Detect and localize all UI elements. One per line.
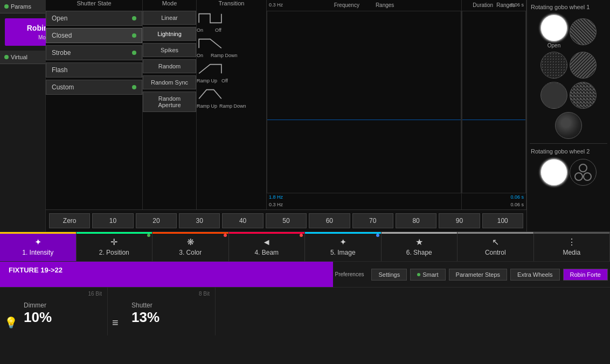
gobo-pattern3-item[interactable] — [570, 52, 597, 79]
shutter-open-dot — [132, 16, 136, 20]
pref-smart-btn[interactable]: Smart — [410, 269, 445, 281]
tab-position[interactable]: ✛ 2. Position — [77, 232, 153, 261]
mode-randomsync-btn[interactable]: Random Sync — [143, 75, 196, 89]
num-50-btn[interactable]: 50 — [266, 213, 307, 228]
mode-random-btn[interactable]: Random — [143, 59, 196, 73]
shutter-closed-label: Closed — [52, 32, 72, 39]
color-dot — [224, 234, 227, 237]
control-icon: ↖ — [492, 237, 499, 247]
mode-lightning-btn[interactable]: Lightning — [143, 27, 196, 41]
gobo-pattern2-item[interactable] — [540, 52, 567, 79]
pref-extrawheels-btn[interactable]: Extra Wheels — [510, 269, 559, 281]
light-icon: 💡 — [4, 316, 18, 329]
shutter-flash-label: Flash — [52, 66, 67, 74]
beam-label: 4. Beam — [254, 249, 279, 256]
freq-bottom-value: 1.8 Hz — [269, 194, 283, 200]
top-section: Params Robin Forte Mode: 0 Virtual Shutt… — [0, 0, 610, 232]
gobo-open-item[interactable]: Open — [540, 15, 567, 48]
gobo-pattern4-item[interactable] — [540, 82, 567, 109]
tab-media[interactable]: ⋮ Media — [534, 232, 611, 261]
gobo-pattern5-item[interactable] — [570, 82, 597, 109]
shutter-icon: ≡ — [112, 317, 119, 329]
mode-panel: Mode Linear Lightning Spikes Random Rand… — [143, 0, 197, 209]
tab-shape[interactable]: ★ 6. Shape — [382, 232, 458, 261]
gobo-open-circle — [540, 15, 567, 41]
frequency-title: Frequency — [334, 2, 359, 8]
pref-settings-label: Settings — [378, 271, 400, 278]
shutter-title: Shutter State — [46, 0, 142, 6]
shape-label: 6. Shape — [406, 249, 432, 256]
shutter-open-label: Open — [52, 15, 67, 22]
virtual-tab[interactable]: Virtual — [0, 51, 45, 64]
transition-title: Transition — [197, 0, 266, 6]
gobo-wheel2-pattern-item[interactable] — [570, 159, 597, 186]
shutter-param-label: Shutter — [131, 302, 207, 309]
num-60-btn[interactable]: 60 — [309, 213, 350, 228]
num-10-btn[interactable]: 10 — [92, 213, 133, 228]
shutter-closed-btn[interactable]: Closed — [46, 28, 142, 43]
pref-extrawheels-label: Extra Wheels — [517, 271, 552, 278]
duration-bottom-value: 0.06 s — [510, 194, 524, 200]
tab-image[interactable]: ✦ 5. Image — [305, 232, 382, 261]
tab-color[interactable]: ❋ 3. Color — [153, 232, 229, 261]
control-color-bar — [458, 232, 533, 234]
duration-line-1 — [462, 120, 525, 120]
shutter-custom-label: Custom — [52, 83, 74, 91]
gobo-pattern4-circle — [540, 82, 567, 109]
num-90-btn[interactable]: 90 — [439, 213, 480, 228]
gobo-row-4 — [530, 112, 607, 139]
gobo-section: Rotating gobo wheel 1 Open — [526, 0, 610, 232]
gobo-wheel2-pattern-circle — [570, 159, 597, 186]
shutter-panel: Shutter State Open Closed Strobe Fla — [46, 0, 143, 209]
tab-beam[interactable]: ◄ 4. Beam — [229, 232, 306, 261]
num-70-btn[interactable]: 70 — [352, 213, 393, 228]
frequency-panel: Frequency Ranges 0.3 Hz 1.8 Hz 0.3 Hz — [267, 0, 462, 209]
shutter-strobe-label: Strobe — [52, 49, 71, 57]
num-30-btn[interactable]: 30 — [179, 213, 220, 228]
shutter-flash-btn[interactable]: Flash — [46, 62, 142, 78]
gobo-wheel1-title: Rotating gobo wheel 1 — [530, 3, 607, 11]
num-100-btn[interactable]: 100 — [482, 213, 523, 228]
pref-settings-btn[interactable]: Settings — [371, 269, 407, 281]
media-label: Media — [563, 249, 580, 256]
pref-paramsteps-label: Parameter Steps — [456, 271, 501, 278]
gobo-pattern6-item[interactable] — [555, 112, 582, 139]
num-20-btn[interactable]: 20 — [136, 213, 177, 228]
shutter-bottom-panel: 8 Bit ≡ Shutter 13% — [108, 288, 216, 335]
fixture-bar-label[interactable]: FIXTURE 19->22 — [0, 262, 333, 287]
shutter-open-btn[interactable]: Open — [46, 11, 142, 26]
gobo-open-label: Open — [547, 43, 560, 48]
gobo-wheel2-open-item[interactable] — [540, 159, 567, 186]
params-tab[interactable]: Params — [0, 0, 45, 13]
transition-rampboth[interactable]: Ramp Up Ramp Down — [197, 87, 266, 109]
num-40-btn[interactable]: 40 — [222, 213, 263, 228]
media-icon: ⋮ — [567, 237, 576, 247]
gobo-row-1: Open — [530, 15, 607, 48]
shutter-custom-btn[interactable]: Custom — [46, 80, 142, 95]
pref-paramsteps-btn[interactable]: Parameter Steps — [449, 269, 508, 281]
transition-rampdown[interactable]: On Ramp Down — [197, 36, 266, 58]
transition-rampup[interactable]: Ramp Up Off — [197, 61, 266, 83]
shutter-custom-dot — [132, 85, 136, 89]
mode-spikes-btn[interactable]: Spikes — [143, 43, 196, 57]
tab-control[interactable]: ↖ Control — [458, 232, 534, 261]
mode-linear-btn[interactable]: Linear — [143, 11, 196, 25]
transition-panel: Transition On Off — [197, 0, 267, 209]
num-zero-btn[interactable]: Zero — [49, 213, 90, 228]
shutter-strobe-btn[interactable]: Strobe — [46, 45, 142, 60]
tab-bar: ✦ 1. Intensity ✛ 2. Position ❋ 3. Color … — [0, 232, 610, 261]
position-icon: ✛ — [110, 237, 117, 247]
gobo-row-2 — [530, 52, 607, 79]
rampdown-waveform — [197, 36, 224, 51]
mode-randomaperture-btn[interactable]: Random Aperture — [143, 92, 196, 112]
color-color-bar — [153, 232, 228, 234]
transition-square[interactable]: On Off — [197, 11, 266, 33]
num-80-btn[interactable]: 80 — [396, 213, 436, 228]
mid-area: Shutter State Open Closed Strobe Fla — [46, 0, 526, 232]
tab-intensity[interactable]: ✦ 1. Intensity — [0, 232, 77, 261]
pref-robinforte-btn[interactable]: Robin Forte — [563, 269, 608, 281]
intensity-label: 1. Intensity — [22, 249, 53, 256]
image-color-bar — [305, 232, 381, 234]
gobo-pattern1-item[interactable] — [570, 18, 597, 45]
gobo-wheel2-row — [530, 159, 607, 186]
